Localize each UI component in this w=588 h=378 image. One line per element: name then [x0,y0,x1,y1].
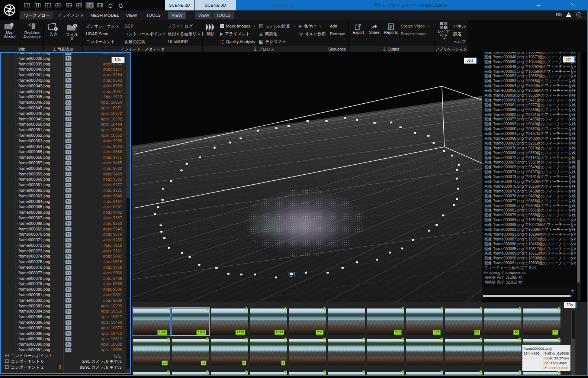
list-item[interactable]: frame000078.png Tx #pts: 9489 [1,276,130,281]
camera-marker[interactable] [327,272,329,274]
flight-log-button[interactable]: フライトログ [168,22,205,30]
list-item[interactable]: frame000054.png Tx #pts: 9823 [1,144,130,149]
list-item[interactable]: frame000069.png Tx #pts: 9549 [1,226,130,232]
camera-marker[interactable] [199,156,201,159]
camera-marker[interactable] [168,247,170,249]
list-item[interactable]: frame000085.png Tx #pts: 10517 [1,314,130,320]
list-item[interactable]: frame000083.png Tx #pts: 10299 [1,303,130,309]
camera-marker[interactable] [356,119,358,121]
camera-marker[interactable] [240,138,242,139]
gcp-button[interactable]: GCP [125,22,163,30]
thumbnails-scroll-thumb[interactable] [572,310,575,339]
thumbnail[interactable] [445,339,482,365]
camera-marker[interactable] [159,224,161,226]
list-item[interactable]: frame000066.png Tx #pts: 9402 [1,210,130,215]
list-item[interactable]: frame000080.png Tx #pts: 9606 [1,287,130,292]
menu-tools-3d[interactable]: TOOLS [213,12,234,19]
scrollbar-thumb[interactable] [126,198,130,369]
image-list-scrollbar[interactable] [126,53,130,373]
help-button[interactable]: ヘルプ [453,38,468,46]
thumbnail[interactable] [484,339,521,365]
panel-tab-3ds[interactable]: 3Ds [464,58,477,64]
menu-workflow[interactable]: ワークフロー [20,12,53,19]
camera-marker[interactable] [451,155,453,156]
panel-button[interactable]: パネル [453,22,468,30]
camera-marker[interactable] [162,188,164,190]
alignment-process-button[interactable]: アライメント [220,30,256,38]
list-item[interactable]: frame000087.png Tx #pts: 10570 [1,325,130,331]
colorize-dropdown-icon[interactable] [319,26,321,27]
expand-icon[interactable]: + [5,359,9,363]
console-hscrollbar[interactable] [483,295,573,297]
camera-marker[interactable] [186,163,188,165]
console-vscrollbar[interactable] [577,52,581,301]
thumbnail[interactable] [367,339,404,365]
list-item[interactable]: frame000052.png Tx #pts: 10352 [1,133,130,138]
console-vscroll-thumb[interactable] [577,160,580,282]
camera-marker[interactable] [344,117,346,119]
list-item[interactable]: frame000040.png Tx #pts: 8177 [1,67,130,72]
list-item[interactable]: frame000046.png Tx #pts: 10054 [1,100,130,105]
menu-alignment[interactable]: アライメント [54,12,87,19]
camera-marker[interactable] [180,169,183,172]
create-video-button[interactable]: Create Video [401,22,434,30]
component-import-button[interactable]: コンポーネント [86,38,119,46]
camera-marker[interactable] [254,274,257,276]
list-item[interactable]: frame000086.png Tx #pts: 10469 [1,320,130,325]
list-item[interactable]: frame000076.png Tx #pts: 9458 [1,265,130,270]
thumbnail[interactable] [289,339,326,365]
viewport-3d[interactable]: 3Ds [132,52,482,302]
list-item[interactable]: frame000049.png Tx #pts: 10292 [1,116,130,122]
list-item[interactable]: frame000045.png Tx #pts: 9112 [1,94,130,100]
thumbnail[interactable] [406,339,443,365]
layout-preset-4-icon[interactable] [54,2,62,9]
camera-marker[interactable] [275,277,277,278]
list-item[interactable]: frame000071.png Tx #pts: 9433 [1,237,130,243]
camera-marker[interactable] [428,230,430,232]
list-item[interactable]: frame000067.png Tx #pts: 9337 [1,215,130,221]
list-item[interactable]: frame000061.png Tx #pts: 9277 [1,182,130,188]
console-hscroll-thumb[interactable] [483,295,571,297]
menu-view-3d[interactable]: VIEW [195,12,212,19]
tab-scene-3d[interactable]: SCENE 3D [195,0,236,10]
quality-analysis-button[interactable]: Quality Analysis [220,38,256,46]
tab-scene-2d[interactable]: SCENE 2D [165,0,194,10]
define-distance-button[interactable]: 距離の定義 [125,38,163,46]
list-item[interactable]: frame000050.png Tx #pts: 10444 [1,122,130,127]
list-item[interactable]: frame000047.png Tx #pts: 10971 [1,105,130,111]
list-item[interactable]: frame000065.png Tx #pts: 9281 [1,204,130,210]
settings-button[interactable]: 設定 [453,30,468,38]
list-item[interactable]: frame000074.png Tx #pts: 9497 [1,253,130,259]
list-item[interactable]: frame000072.png Tx #pts: 9116 [1,243,130,248]
layout-preset-1-icon[interactable] [23,2,31,9]
list-item[interactable]: frame000073.png Tx #pts: 9161 [1,248,130,254]
list-item[interactable]: frame000056.png Tx #pts: 9471 [1,155,130,160]
list-item[interactable]: frame000091.png Tx #pts: 10500 [1,347,130,353]
camera-marker[interactable] [161,199,164,201]
layout-preset-5-icon[interactable] [65,2,73,9]
image-list-button[interactable]: 使用する画像リスト [168,30,205,38]
undo-icon[interactable] [106,2,115,9]
mask-images-dropdown-icon[interactable] [253,26,256,27]
camera-marker[interactable] [257,130,260,132]
list-item[interactable]: frame000059.png Tx #pts: 9459 [1,171,130,177]
list-item[interactable]: frame000084.png Tx #pts: 10516 [1,308,130,314]
tree-item[interactable]: + コンポーネント 1 89/91 カメラ, 0 モデル [1,364,130,370]
list-item[interactable]: frame000044.png Tx #pts: 9007 [1,89,130,94]
camera-marker[interactable] [427,135,430,137]
list-item[interactable]: frame000090.png Tx #pts: 10508 [1,342,130,347]
thumbnail[interactable] [328,339,365,365]
simplify-button[interactable]: 簡素化 [259,30,295,38]
layout-preset-8-icon[interactable] [96,2,104,9]
camera-marker[interactable] [456,198,458,200]
list-item[interactable]: frame000079.png Tx #pts: 9588 [1,281,130,287]
list-item[interactable]: frame000070.png Tx #pts: 9879 [1,232,130,237]
maximize-button[interactable] [547,0,564,10]
camera-marker[interactable] [442,214,444,216]
list-item[interactable]: frame000043.png Tx #pts: 8709 [1,83,130,89]
layout-preset-6-icon[interactable] [75,2,83,9]
thumbnails-scrollbar[interactable] [571,302,575,375]
ortho-projection-button[interactable]: オルソ投影 [299,30,326,38]
expand-icon[interactable]: + [5,354,9,357]
list-item[interactable]: frame000053.png Tx #pts: 9956 [1,138,130,144]
